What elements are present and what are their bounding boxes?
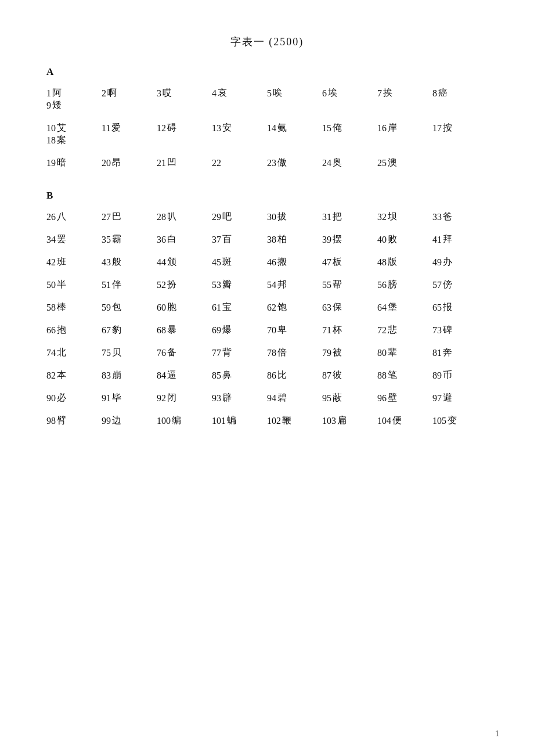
- char-character: 吧: [222, 211, 232, 223]
- char-number: 59: [102, 303, 111, 313]
- char-character: 坝: [388, 211, 397, 223]
- char-character: 八: [57, 211, 66, 223]
- char-item: 48版: [377, 256, 432, 268]
- char-number: 29: [212, 212, 221, 222]
- char-item: 15俺: [322, 122, 377, 134]
- char-item: 13安: [212, 122, 267, 134]
- char-item: 20昂: [102, 157, 157, 169]
- char-number: 91: [102, 393, 111, 404]
- char-item: 88笔: [377, 369, 432, 381]
- char-character: 蔽: [333, 392, 342, 404]
- char-character: 豹: [112, 324, 121, 336]
- char-character: 备: [167, 347, 176, 359]
- char-row: 19暗20昂21凹2223傲24奥25澳: [46, 157, 488, 169]
- char-item: 12碍: [157, 122, 212, 134]
- char-item: 60胞: [157, 301, 212, 314]
- char-row: 34罢35霸36白37百38柏39摆40败41拜: [46, 233, 488, 246]
- char-character: 必: [57, 392, 66, 404]
- char-character: 爆: [222, 324, 232, 336]
- char-number: 28: [157, 212, 166, 222]
- char-number: 72: [377, 325, 387, 336]
- char-character: 傲: [277, 157, 287, 169]
- char-character: 暗: [57, 157, 66, 169]
- char-character: 碧: [277, 392, 287, 404]
- char-character: 白: [167, 233, 176, 246]
- char-character: 包: [112, 301, 121, 314]
- char-number: 61: [212, 303, 221, 313]
- char-character: 扁: [337, 415, 347, 427]
- char-item: 92闭: [157, 392, 212, 404]
- char-character: 摆: [333, 233, 342, 246]
- char-number: 21: [157, 158, 166, 168]
- char-row: 42班43般44颁45斑46搬47板48版49办: [46, 256, 488, 268]
- char-number: 48: [377, 257, 387, 268]
- char-number: 103: [322, 416, 336, 426]
- char-character: 膀: [388, 279, 397, 291]
- char-item: 87彼: [322, 369, 377, 381]
- char-character: 奥: [333, 157, 342, 169]
- char-number: 68: [157, 325, 166, 336]
- char-item: 34罢: [46, 233, 102, 246]
- char-number: 58: [46, 303, 56, 313]
- char-item: 33爸: [432, 211, 488, 223]
- char-item: 66抱: [46, 324, 102, 336]
- char-number: 40: [377, 235, 387, 245]
- char-item: 8癌: [432, 87, 488, 99]
- char-number: 53: [212, 280, 221, 290]
- char-number: 63: [322, 303, 331, 313]
- char-item: 101蝙: [212, 415, 267, 427]
- char-number: 60: [157, 303, 166, 313]
- char-number: 42: [46, 257, 56, 268]
- char-number: 93: [212, 393, 221, 404]
- char-item: 50半: [46, 279, 102, 291]
- char-item: 75贝: [102, 347, 157, 359]
- char-number: 62: [267, 303, 276, 313]
- char-item: 91毕: [102, 392, 157, 404]
- char-number: 49: [432, 257, 442, 268]
- char-item: 10艾: [46, 122, 102, 134]
- char-character: 棒: [57, 301, 66, 314]
- char-number: 45: [212, 257, 221, 268]
- char-item: 74北: [46, 347, 102, 359]
- char-number: 4: [212, 88, 217, 99]
- char-character: 爸: [443, 211, 452, 223]
- char-character: 饱: [277, 301, 287, 314]
- char-item: 95蔽: [322, 392, 377, 404]
- char-number: 101: [212, 416, 226, 426]
- section-letter-a: A: [46, 66, 488, 78]
- char-item: 31把: [322, 211, 377, 223]
- char-item: 35霸: [102, 233, 157, 246]
- char-character: 安: [222, 122, 232, 134]
- char-character: 笔: [388, 369, 397, 381]
- char-character: 哀: [218, 87, 227, 99]
- char-number: 79: [322, 348, 331, 358]
- char-item: 32坝: [377, 211, 432, 223]
- char-number: 56: [377, 280, 387, 290]
- char-character: 半: [57, 279, 66, 291]
- char-number: 20: [102, 158, 111, 168]
- char-item: 4哀: [212, 87, 267, 99]
- char-item: 78倍: [267, 347, 322, 359]
- char-number: 38: [267, 235, 276, 245]
- char-row: 98臂99边100编101蝙102鞭103扁104便105变: [46, 415, 488, 427]
- char-row: 82本83崩84逼85鼻86比87彼88笔89币: [46, 369, 488, 381]
- char-number: 11: [102, 123, 110, 134]
- char-character: 板: [333, 256, 342, 268]
- char-item: 98臂: [46, 415, 102, 427]
- char-character: 班: [57, 256, 66, 268]
- char-character: 邦: [277, 279, 287, 291]
- char-item: 96壁: [377, 392, 432, 404]
- char-item: 17按: [432, 122, 488, 134]
- char-item: 104便: [377, 415, 432, 427]
- char-character: 般: [112, 256, 121, 268]
- char-item: 82本: [46, 369, 102, 381]
- char-number: 104: [377, 416, 391, 426]
- char-item: 68暴: [157, 324, 212, 336]
- char-character: 把: [333, 211, 342, 223]
- char-item: 47板: [322, 256, 377, 268]
- char-number: 43: [102, 257, 111, 268]
- char-number: 9: [46, 100, 51, 111]
- char-number: 64: [377, 303, 387, 313]
- char-number: 12: [157, 123, 166, 134]
- char-item: 86比: [267, 369, 322, 381]
